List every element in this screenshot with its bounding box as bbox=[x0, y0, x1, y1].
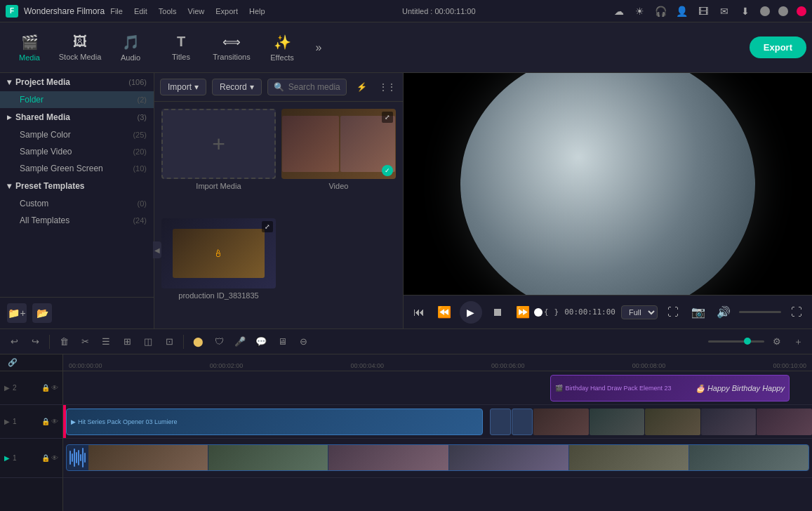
sidebar-item-custom[interactable]: Custom (0) bbox=[0, 195, 154, 212]
undo-button[interactable]: ↩ bbox=[6, 333, 22, 350]
track1-visibility-icon[interactable]: 👁 bbox=[51, 418, 58, 425]
stop-button[interactable]: ⏹ bbox=[488, 303, 507, 322]
filter-button[interactable]: ⚡ bbox=[352, 77, 372, 97]
sidebar-parent-project-media[interactable]: ▾ Project Media (106) bbox=[0, 73, 154, 91]
delete-button[interactable]: 🗑 bbox=[55, 333, 72, 350]
timeline-clip-hit-series[interactable]: ▶ Hit Series Pack Opener 03 Lumiere bbox=[66, 409, 483, 435]
volume-icon[interactable]: 🔊 bbox=[714, 303, 733, 322]
timeline-zoom-slider[interactable] bbox=[708, 340, 764, 343]
zoom-control bbox=[708, 340, 764, 343]
import-media-thumb[interactable]: + bbox=[161, 109, 276, 179]
toolbar-media[interactable]: 🎬 Media bbox=[6, 27, 53, 69]
menu-tools[interactable]: Tools bbox=[159, 7, 177, 15]
sidebar-parent-shared-media[interactable]: ▸ Shared Media (3) bbox=[0, 108, 154, 126]
folder-button[interactable]: 📂 bbox=[32, 303, 52, 323]
zoom-handle[interactable] bbox=[744, 338, 751, 345]
media-item-video1[interactable]: ⤢ ✓ Video bbox=[281, 109, 396, 213]
video-lock-icon[interactable]: 🔒 bbox=[41, 454, 50, 462]
cut-button[interactable]: ✂ bbox=[76, 333, 93, 350]
settings-btn[interactable]: ⚙ bbox=[768, 333, 785, 350]
track-lock-icon[interactable]: 🔒 bbox=[41, 384, 50, 392]
toolbar-titles[interactable]: T Titles bbox=[157, 27, 205, 69]
layout-button[interactable]: ⊡ bbox=[161, 333, 178, 350]
sidebar-parent-preset-templates[interactable]: ▾ Preset Templates bbox=[0, 177, 154, 195]
adjust-button[interactable]: ☰ bbox=[98, 333, 114, 350]
video-clip-small-1[interactable] bbox=[490, 409, 511, 435]
screenshot-icon[interactable]: 📷 bbox=[688, 303, 708, 322]
titlebar: F Wondershare Filmora File Edit Tools Vi… bbox=[0, 0, 812, 22]
sidebar-item-all-templates[interactable]: All Templates (24) bbox=[0, 212, 154, 229]
search-icon: 🔍 bbox=[274, 82, 284, 92]
sidebar-item-sample-video[interactable]: Sample Video (20) bbox=[0, 143, 154, 160]
ruler-mark-5: 00:00:10:00 bbox=[773, 362, 806, 371]
caption-btn[interactable]: 💬 bbox=[253, 333, 269, 350]
media-label-video1: Video bbox=[281, 182, 396, 190]
minimize-button[interactable] bbox=[760, 6, 770, 16]
menu-file[interactable]: File bbox=[110, 7, 123, 15]
sidebar-folder-count: (2) bbox=[138, 95, 147, 104]
ruler-spacer: 🔗 bbox=[0, 354, 62, 371]
close-button[interactable] bbox=[797, 6, 806, 16]
sidebar-preset-label: Preset Templates bbox=[15, 181, 85, 191]
menu-export[interactable]: Export bbox=[215, 7, 238, 15]
sidebar-item-folder[interactable]: Folder (2) bbox=[0, 91, 154, 108]
import-button[interactable]: Import ▾ bbox=[160, 79, 206, 95]
sidebar-collapse-button[interactable]: ◀ bbox=[153, 241, 161, 258]
timeline-clip-birthday[interactable]: 🎬 Birthday Hand Draw Pack Element 23 🎂 H… bbox=[550, 375, 790, 401]
video-clip-small-2[interactable] bbox=[512, 409, 533, 435]
toolbar-stock-media[interactable]: 🖼 Stock Media bbox=[56, 27, 104, 69]
menu-edit[interactable]: Edit bbox=[134, 7, 147, 15]
project-title: Untitled : 00:00:11:00 bbox=[402, 7, 476, 15]
sun-icon[interactable]: ☀ bbox=[634, 5, 646, 18]
more-tools-button[interactable]: » bbox=[309, 38, 328, 58]
menu-view[interactable]: View bbox=[188, 7, 205, 15]
zoom-select[interactable]: Full bbox=[621, 305, 658, 319]
timeline-label-video: ▶ 1 🔒 👁 bbox=[0, 439, 62, 478]
fullscreen-icon[interactable]: ⛶ bbox=[663, 303, 683, 322]
sidebar-item-sample-green[interactable]: Sample Green Screen (10) bbox=[0, 160, 154, 177]
color-btn[interactable]: ⬤ bbox=[189, 333, 206, 350]
import-media-item[interactable]: + Import Media bbox=[161, 109, 276, 213]
sidebar-item-sample-color[interactable]: Sample Color (25) bbox=[0, 126, 154, 143]
video-visibility-icon[interactable]: 👁 bbox=[51, 454, 58, 462]
export-button[interactable]: Export bbox=[750, 36, 806, 58]
grid-view-button[interactable]: ⋮⋮ bbox=[378, 77, 397, 97]
toolbar-audio[interactable]: 🎵 Audio bbox=[107, 27, 154, 69]
mic-btn[interactable]: 🎤 bbox=[232, 333, 248, 350]
step-forward-button[interactable]: ⏩ bbox=[513, 303, 533, 322]
mail-icon[interactable]: ✉ bbox=[718, 5, 731, 18]
download-icon[interactable]: ⬇ bbox=[739, 5, 752, 18]
progress-handle[interactable] bbox=[534, 308, 543, 317]
film-icon[interactable]: 🎞 bbox=[697, 5, 710, 18]
expand-icon[interactable]: ⛶ bbox=[787, 303, 806, 322]
user-icon[interactable]: 👤 bbox=[676, 5, 688, 18]
circle-minus-btn[interactable]: ⊖ bbox=[295, 333, 312, 350]
play-button[interactable]: ▶ bbox=[460, 301, 482, 324]
preview-content-moon bbox=[460, 73, 755, 295]
track1-lock-icon[interactable]: 🔒 bbox=[41, 418, 50, 425]
search-input[interactable] bbox=[288, 82, 340, 92]
split-button[interactable]: ◫ bbox=[140, 333, 157, 350]
step-back-button[interactable]: ⏪ bbox=[434, 303, 454, 322]
crop-button[interactable]: ⊞ bbox=[119, 333, 135, 350]
media-item-production[interactable]: 🕯 ⤢ production ID_3831835 bbox=[161, 218, 276, 322]
cloud-icon[interactable]: ☁ bbox=[613, 5, 625, 18]
audio-clip[interactable] bbox=[66, 444, 809, 471]
volume-slider[interactable] bbox=[739, 311, 781, 313]
toolbar-effects[interactable]: ✨ Effects bbox=[258, 27, 306, 69]
rewind-button[interactable]: ⏮ bbox=[409, 303, 429, 322]
timeline-track-1: ▶ Hit Series Pack Opener 03 Lumiere bbox=[63, 405, 812, 439]
add-folder-button[interactable]: 📁+ bbox=[7, 303, 27, 323]
titles-label: Titles bbox=[172, 53, 190, 61]
redo-button[interactable]: ↪ bbox=[27, 333, 44, 350]
maximize-button[interactable] bbox=[778, 6, 788, 16]
toolbar-transitions[interactable]: ⟺ Transitions bbox=[208, 27, 255, 69]
track-visibility-icon[interactable]: 👁 bbox=[51, 384, 58, 392]
shield-btn[interactable]: 🛡 bbox=[211, 333, 227, 350]
screen-btn[interactable]: 🖥 bbox=[274, 333, 291, 350]
add-track-btn[interactable]: ＋ bbox=[790, 333, 806, 350]
link-btn[interactable]: 🔗 bbox=[4, 354, 21, 371]
record-button[interactable]: Record ▾ bbox=[212, 79, 262, 95]
headphone-icon[interactable]: 🎧 bbox=[655, 5, 667, 18]
menu-help[interactable]: Help bbox=[249, 7, 265, 15]
